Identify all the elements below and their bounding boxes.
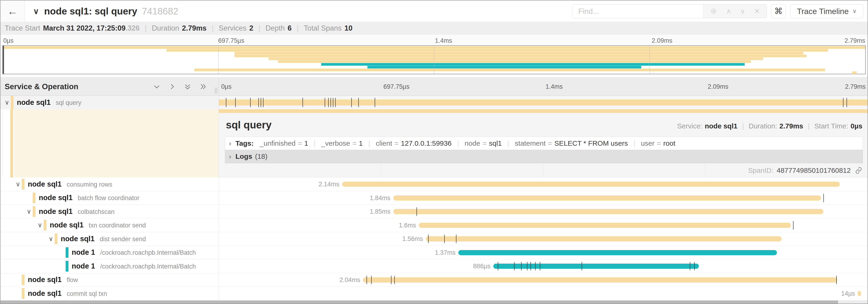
- log-marker-tick[interactable]: [535, 262, 536, 270]
- keyboard-shortcuts-button[interactable]: ⌘: [771, 4, 786, 18]
- span-bar[interactable]: [858, 291, 861, 296]
- locate-match-icon[interactable]: [710, 7, 717, 15]
- horizontal-scrollbar[interactable]: [0, 301, 868, 304]
- trace-view-selector-button[interactable]: Trace Timeline ∨: [790, 4, 863, 18]
- span-service-name: node 1/cockroach.roachpb.Internal/Batch: [72, 262, 196, 270]
- timeline-row-sql-query[interactable]: [219, 96, 868, 109]
- timeline-row-cockroach-roachpb-internal-batch[interactable]: 1.37ms: [219, 246, 868, 260]
- log-marker-tick[interactable]: [250, 98, 251, 107]
- collapse-trace-chevron-icon[interactable]: ∨: [33, 6, 39, 16]
- tree-row-consuming-rows[interactable]: ∨node sql1consuming rows: [0, 177, 219, 191]
- trace-info-total-spans: Total Spans10: [304, 24, 352, 32]
- log-marker-tick[interactable]: [521, 262, 522, 270]
- tree-chevron-down-icon[interactable]: ∨: [38, 221, 42, 229]
- logs-accordion[interactable]: › Logs (18): [225, 150, 863, 163]
- log-marker-tick[interactable]: [263, 98, 264, 107]
- find-input[interactable]: [572, 4, 703, 18]
- log-marker-tick[interactable]: [394, 276, 395, 284]
- log-marker-tick[interactable]: [694, 262, 695, 270]
- log-marker-tick[interactable]: [846, 98, 847, 107]
- timeline-row-flow[interactable]: 2.04ms: [219, 273, 868, 287]
- expand-all-icon[interactable]: [198, 82, 208, 92]
- log-marker-tick[interactable]: [358, 98, 359, 107]
- timeline-row-batch-flow-coordinator[interactable]: 1.84ms: [219, 191, 868, 205]
- next-match-icon[interactable]: ∨: [740, 8, 745, 15]
- span-bar[interactable]: [458, 250, 777, 255]
- timeline-row-dist-sender-send[interactable]: 1.56ms: [219, 232, 868, 246]
- log-marker-tick[interactable]: [375, 98, 375, 107]
- collapse-all-icon[interactable]: [183, 82, 192, 92]
- log-marker-tick[interactable]: [261, 98, 261, 107]
- log-marker-tick[interactable]: [235, 98, 236, 107]
- timeline-row-commit-sql-txn[interactable]: 14µs: [219, 287, 868, 301]
- tree-row-flow[interactable]: node sql1flow: [0, 273, 219, 287]
- log-marker-tick[interactable]: [416, 207, 417, 216]
- collapse-one-level-icon[interactable]: [152, 82, 162, 92]
- tree-row-cockroach-roachpb-internal-batch[interactable]: node 1/cockroach.roachpb.Internal/Batch: [0, 260, 219, 273]
- span-bar[interactable]: [426, 236, 782, 241]
- span-bar[interactable]: [219, 99, 868, 105]
- log-marker-tick[interactable]: [527, 262, 527, 270]
- tree-row-cockroach-roachpb-internal-batch[interactable]: node 1/cockroach.roachpb.Internal/Batch: [0, 246, 219, 260]
- clear-search-icon[interactable]: ✕: [754, 8, 760, 15]
- log-marker-tick[interactable]: [331, 98, 331, 107]
- log-marker-tick[interactable]: [793, 221, 794, 230]
- span-rows-area: ∨node sql1sql query sql query Service:no…: [0, 96, 868, 301]
- log-marker-tick[interactable]: [843, 98, 843, 107]
- log-marker-tick[interactable]: [328, 98, 329, 107]
- tree-chevron-down-icon[interactable]: ∨: [16, 180, 20, 188]
- span-bar[interactable]: [363, 277, 837, 282]
- log-marker-tick[interactable]: [258, 98, 259, 107]
- log-marker-tick[interactable]: [391, 276, 392, 284]
- tree-chevron-down-icon[interactable]: ∨: [27, 208, 31, 215]
- log-marker-tick[interactable]: [690, 262, 690, 270]
- timeline-row-consuming-rows[interactable]: 2.14ms: [219, 177, 868, 191]
- tree-row-batch-flow-coordinator[interactable]: node sql1batch flow coordinator: [0, 191, 219, 205]
- span-bar[interactable]: [342, 182, 840, 187]
- previous-match-icon[interactable]: ∧: [726, 8, 731, 15]
- tree-row-sql-query[interactable]: ∨node sql1sql query: [0, 96, 219, 109]
- timeline-row-cockroach-roachpb-internal-batch[interactable]: 886µs: [219, 260, 868, 273]
- log-marker-tick[interactable]: [226, 98, 226, 107]
- span-bar[interactable]: [419, 223, 791, 228]
- log-marker-tick[interactable]: [444, 235, 445, 243]
- link-icon[interactable]: [855, 167, 862, 174]
- log-marker-tick[interactable]: [325, 98, 325, 107]
- minimap-ruler-label: 697.75µs: [218, 37, 244, 44]
- tree-row-dist-sender-send[interactable]: ∨node sql1dist sender send: [0, 232, 219, 246]
- span-operation-name: /cockroach.roachpb.Internal/Batch: [100, 249, 196, 256]
- panel-resize-grip[interactable]: [215, 88, 217, 94]
- span-bar[interactable]: [493, 264, 699, 269]
- log-marker-tick[interactable]: [351, 98, 352, 107]
- log-marker-tick[interactable]: [824, 194, 824, 202]
- log-marker-tick[interactable]: [335, 98, 336, 107]
- trace-info-services: Services2: [219, 24, 253, 32]
- back-button[interactable]: ←: [0, 0, 25, 22]
- horizontal-scrollbar-thumb[interactable]: [0, 301, 838, 304]
- log-marker-tick[interactable]: [836, 276, 837, 284]
- tags-accordion[interactable]: › Tags: _unfinished=1|_verbose=1|client=…: [225, 137, 863, 150]
- timeline-row-colbatchscan[interactable]: 1.85ms: [219, 205, 868, 218]
- minimap-viewport-left-handle[interactable]: [3, 46, 4, 74]
- tree-chevron-down-icon[interactable]: ∨: [49, 235, 53, 243]
- tree-chevron-down-icon[interactable]: ∨: [5, 99, 9, 106]
- log-marker-tick[interactable]: [371, 276, 372, 284]
- log-marker-tick[interactable]: [367, 276, 367, 284]
- log-marker-tick[interactable]: [530, 262, 531, 270]
- log-marker-tick[interactable]: [582, 262, 582, 270]
- expand-one-level-icon[interactable]: [167, 82, 177, 92]
- tree-row-commit-sql-txn[interactable]: node sql1commit sql txn: [0, 287, 219, 301]
- log-marker-tick[interactable]: [303, 98, 303, 107]
- timeline-row-txn-coordinator-send[interactable]: 1.6ms: [219, 218, 868, 232]
- log-marker-tick[interactable]: [498, 262, 498, 270]
- tree-row-colbatchscan[interactable]: ∨node sql1colbatchscan: [0, 205, 219, 218]
- log-marker-tick[interactable]: [333, 98, 333, 107]
- log-marker-tick[interactable]: [514, 262, 515, 270]
- span-bar[interactable]: [393, 209, 824, 214]
- tree-row-txn-coordinator-send[interactable]: ∨node sql1txn coordinator send: [0, 218, 219, 232]
- log-marker-tick[interactable]: [428, 235, 429, 243]
- log-marker-tick[interactable]: [456, 235, 457, 243]
- span-bar[interactable]: [393, 195, 821, 201]
- minimap-canvas[interactable]: [2, 45, 866, 74]
- log-marker-tick[interactable]: [540, 262, 540, 270]
